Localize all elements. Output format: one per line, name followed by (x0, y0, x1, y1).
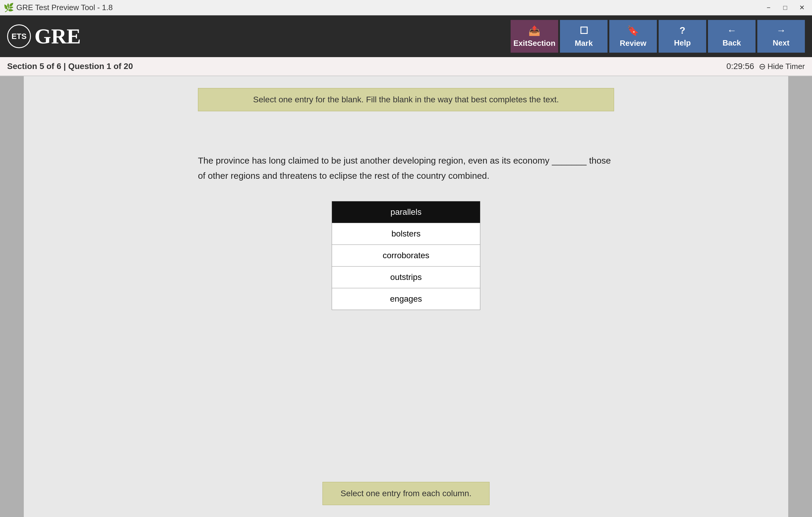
section-bar: Section 5 of 6 | Question 1 of 20 0:29:5… (0, 57, 812, 76)
instruction-bar: Select one entry for the blank. Fill the… (198, 88, 614, 111)
exit-section-label: ExitSection (513, 39, 555, 48)
gre-logo-text: GRE (34, 24, 81, 49)
back-icon: ← (727, 25, 736, 36)
next-button[interactable]: → Next (757, 20, 805, 53)
ets-logo: ETS (7, 24, 31, 48)
help-button[interactable]: ? Help (659, 20, 706, 53)
answer-choice-corroborates[interactable]: corroborates (332, 245, 480, 267)
mark-button[interactable]: ☐ Mark (560, 20, 608, 53)
next-icon: → (776, 25, 786, 36)
back-label: Back (723, 38, 741, 48)
title-bar-controls: − □ ✕ (762, 2, 808, 13)
question-text-before: The province has long claimed to be just… (198, 156, 549, 165)
question-text: The province has long claimed to be just… (198, 153, 614, 183)
answer-choice-parallels[interactable]: parallels (332, 201, 480, 223)
logo-area: ETS GRE (7, 24, 81, 49)
exit-section-button[interactable]: 📤 ExitSection (511, 20, 558, 53)
answer-choice-outstrips[interactable]: outstrips (332, 267, 480, 288)
question-blank: _______ (552, 156, 589, 165)
nav-buttons: 📤 ExitSection ☐ Mark 🔖 Review ? Help ← B… (511, 20, 805, 53)
minimize-button[interactable]: − (762, 2, 775, 13)
exit-section-icon: 📤 (528, 25, 540, 36)
answer-choice-engages[interactable]: engages (332, 288, 480, 310)
app-title: GRE Test Preview Tool - 1.8 (16, 3, 113, 12)
title-bar: 🌿 GRE Test Preview Tool - 1.8 − □ ✕ (0, 0, 812, 16)
title-bar-title: 🌿 GRE Test Preview Tool - 1.8 (4, 3, 113, 12)
next-label: Next (773, 38, 789, 48)
side-panel-right (788, 76, 812, 517)
bottom-instruction: Select one entry from each column. (322, 482, 490, 505)
hide-timer-circle-icon: ⊖ (759, 61, 766, 72)
hide-timer-label: Hide Timer (767, 62, 805, 71)
side-panel-left (0, 76, 24, 517)
answer-choice-bolsters[interactable]: bolsters (332, 223, 480, 245)
review-button[interactable]: 🔖 Review (609, 20, 657, 53)
timer-area: 0:29:56 ⊖ Hide Timer (726, 61, 805, 72)
main-content: Select one entry for the blank. Fill the… (24, 76, 788, 517)
help-icon: ? (679, 25, 686, 36)
mark-icon: ☐ (580, 25, 588, 36)
hide-timer-button[interactable]: ⊖ Hide Timer (759, 61, 805, 72)
app-body: Select one entry for the blank. Fill the… (0, 76, 812, 517)
answer-choices-table: parallelsbolsterscorroboratesoutstripsen… (332, 201, 480, 310)
review-label: Review (620, 39, 646, 48)
maximize-button[interactable]: □ (779, 2, 792, 13)
close-button[interactable]: ✕ (795, 2, 808, 13)
top-nav: ETS GRE 📤 ExitSection ☐ Mark 🔖 Review ? … (0, 16, 812, 57)
review-icon: 🔖 (627, 25, 639, 36)
section-info: Section 5 of 6 | Question 1 of 20 (7, 61, 133, 71)
back-button[interactable]: ← Back (708, 20, 756, 53)
help-label: Help (674, 38, 691, 48)
app-window: ETS GRE 📤 ExitSection ☐ Mark 🔖 Review ? … (0, 16, 812, 517)
mark-label: Mark (575, 39, 593, 48)
timer-display: 0:29:56 (726, 61, 754, 71)
